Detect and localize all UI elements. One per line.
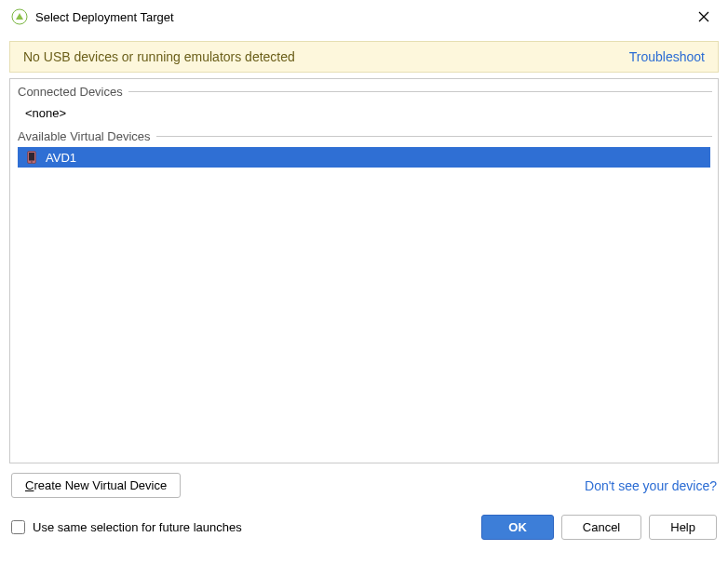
banner-message: No USB devices or running emulators dete…: [23, 49, 295, 64]
svg-rect-6: [29, 153, 34, 161]
dont-see-device-link[interactable]: Don't see your device?: [585, 478, 717, 493]
dialog-buttons: OK Cancel Help: [481, 515, 717, 540]
troubleshoot-link[interactable]: Troubleshoot: [629, 49, 705, 64]
help-button[interactable]: Help: [649, 515, 717, 540]
connected-devices-header: Connected Devices: [10, 83, 718, 101]
cancel-button[interactable]: Cancel: [561, 515, 641, 540]
remember-selection-input[interactable]: [11, 520, 25, 534]
titlebar: Select Deployment Target: [0, 0, 728, 34]
create-new-virtual-device-button[interactable]: Create New Virtual Device: [11, 473, 181, 498]
device-panel: Connected Devices <none> Available Virtu…: [9, 78, 719, 463]
ok-button[interactable]: OK: [481, 515, 554, 540]
svg-point-2: [20, 14, 21, 15]
android-studio-icon: [11, 8, 28, 25]
svg-point-1: [18, 14, 19, 15]
connected-none: <none>: [10, 101, 718, 128]
connected-devices-label: Connected Devices: [18, 85, 123, 99]
footer-row: Use same selection for future launches O…: [11, 515, 717, 540]
under-panel-row: Create New Virtual Device Don't see your…: [11, 473, 717, 498]
warning-banner: No USB devices or running emulators dete…: [9, 41, 719, 73]
close-icon[interactable]: [691, 4, 717, 30]
remember-selection-checkbox[interactable]: Use same selection for future launches: [11, 520, 242, 534]
avd-label: Available Virtual Devices: [18, 129, 151, 143]
available-virtual-devices-header: Available Virtual Devices: [10, 128, 718, 145]
remember-selection-label: Use same selection for future launches: [33, 520, 242, 534]
device-name: AVD1: [46, 151, 76, 165]
svg-point-7: [31, 161, 32, 162]
device-item-selected[interactable]: AVD1: [18, 147, 710, 168]
phone-icon: [25, 151, 38, 164]
window-title: Select Deployment Target: [35, 10, 691, 24]
